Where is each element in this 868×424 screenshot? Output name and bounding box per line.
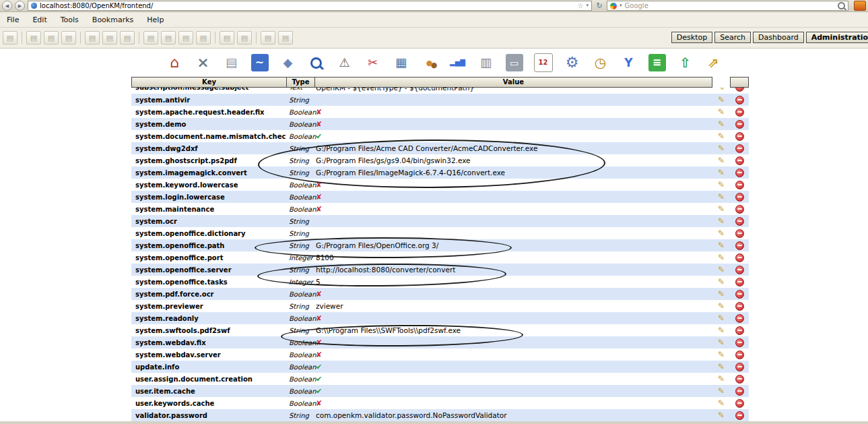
delete-icon[interactable] bbox=[735, 411, 744, 420]
delete-icon[interactable] bbox=[735, 156, 744, 165]
edit-icon[interactable]: ✎ bbox=[718, 217, 725, 225]
delete-icon[interactable] bbox=[735, 387, 744, 396]
edit-icon[interactable]: ✎ bbox=[718, 181, 725, 189]
document-create-icon[interactable]: ▤ bbox=[3, 31, 18, 44]
scissors-icon[interactable]: ✂ bbox=[364, 54, 382, 71]
download-icon[interactable]: ▤ bbox=[85, 31, 100, 44]
home-icon[interactable]: ⌂ bbox=[166, 54, 184, 71]
back-button[interactable]: ◀ bbox=[2, 1, 12, 11]
tab-desktop[interactable]: Desktop bbox=[671, 32, 712, 43]
print-icon[interactable]: ▤ bbox=[120, 31, 135, 44]
delete-icon[interactable] bbox=[735, 217, 744, 226]
edit-icon[interactable]: ✎ bbox=[718, 229, 725, 237]
delete-icon[interactable] bbox=[735, 363, 744, 371]
delete-icon[interactable] bbox=[735, 266, 744, 274]
document-find-icon[interactable]: ▤ bbox=[44, 31, 59, 44]
report-icon[interactable]: ▦ bbox=[393, 54, 410, 71]
checkin-icon[interactable]: ▤ bbox=[220, 31, 234, 44]
users-icon[interactable]: ● bbox=[421, 54, 438, 71]
delete-icon[interactable] bbox=[735, 351, 744, 359]
edit-icon[interactable]: ✎ bbox=[718, 144, 725, 152]
delete-icon[interactable] bbox=[735, 326, 744, 335]
delete-icon[interactable] bbox=[735, 302, 744, 311]
calendar-icon[interactable]: 12 bbox=[534, 53, 553, 72]
checkout-icon[interactable]: ▤ bbox=[196, 31, 211, 44]
search-bar[interactable]: ▾ Google bbox=[607, 1, 848, 11]
unlock-icon[interactable]: ▤ bbox=[161, 31, 176, 44]
edit-icon[interactable]: ✎ bbox=[718, 314, 725, 322]
tab-search[interactable]: Search bbox=[714, 32, 751, 43]
export-icon[interactable]: ⇗ bbox=[705, 54, 723, 71]
forward-button[interactable]: ▶ bbox=[15, 1, 25, 11]
document-search-icon[interactable]: ▥ bbox=[477, 54, 495, 71]
edit-icon[interactable]: ✎ bbox=[718, 96, 725, 104]
edit-icon[interactable]: ✎ bbox=[718, 193, 725, 201]
search-icon[interactable] bbox=[308, 54, 325, 71]
send-mail-icon[interactable]: ▤ bbox=[278, 31, 293, 44]
delete-icon[interactable] bbox=[735, 144, 744, 153]
upload-icon[interactable]: ⇧ bbox=[677, 54, 694, 71]
chart-icon[interactable]: ▂▅▇ bbox=[449, 54, 467, 71]
edit-icon[interactable]: ✎ bbox=[718, 108, 725, 116]
clock-icon[interactable]: ◷ bbox=[592, 54, 609, 71]
delete-icon[interactable] bbox=[735, 290, 744, 299]
delete-icon[interactable] bbox=[735, 88, 744, 92]
cancel-checkout-icon[interactable]: ▤ bbox=[237, 31, 252, 44]
menu-item-file[interactable]: File bbox=[7, 16, 19, 24]
edit-icon[interactable]: ✎ bbox=[718, 120, 725, 128]
printer-icon[interactable]: ▭ bbox=[506, 54, 523, 71]
delete-icon[interactable] bbox=[735, 229, 744, 238]
delete-icon[interactable] bbox=[735, 193, 744, 202]
url-bar[interactable]: localhost:8080/OpenKM/frontend/ ☆ ▾ bbox=[28, 1, 592, 11]
menu-item-help[interactable]: Help bbox=[147, 16, 164, 24]
delete-icon[interactable] bbox=[735, 314, 744, 323]
delete-icon[interactable] bbox=[735, 120, 744, 129]
menu-item-tools[interactable]: Tools bbox=[61, 16, 79, 24]
edit-icon[interactable]: ✎ bbox=[718, 169, 725, 177]
bookmark-star-icon[interactable]: ☆ bbox=[578, 3, 584, 9]
delete-icon[interactable] bbox=[735, 169, 744, 177]
delete-icon[interactable] bbox=[735, 253, 744, 262]
add-document-icon[interactable]: ▤ bbox=[178, 31, 193, 44]
edit-icon[interactable]: ✎ bbox=[718, 241, 725, 249]
delete-icon[interactable] bbox=[735, 338, 744, 347]
edit-icon[interactable]: ✎ bbox=[718, 132, 725, 140]
delete-icon[interactable] bbox=[735, 132, 744, 141]
download-pdf-icon[interactable]: ▤ bbox=[102, 31, 117, 44]
file-preview-icon[interactable]: ▤ bbox=[223, 54, 240, 71]
filter-icon[interactable]: Y bbox=[620, 54, 638, 71]
delete-icon[interactable] bbox=[735, 181, 744, 189]
search-engine-dropdown-icon[interactable]: ▾ bbox=[620, 3, 622, 8]
mail-find-icon[interactable]: ▤ bbox=[61, 31, 76, 44]
refresh-icon[interactable]: ▤ bbox=[261, 31, 275, 44]
edit-icon[interactable]: ✎ bbox=[718, 387, 725, 395]
gear-icon[interactable]: ⚙ bbox=[564, 54, 581, 71]
edit-icon[interactable]: ✎ bbox=[718, 399, 725, 407]
edit-icon[interactable]: ✎ bbox=[718, 88, 725, 92]
edit-icon[interactable]: ✎ bbox=[718, 266, 725, 274]
delete-icon[interactable] bbox=[735, 399, 744, 408]
edit-icon[interactable]: ✎ bbox=[718, 326, 725, 334]
edit-icon[interactable]: ✎ bbox=[718, 351, 725, 359]
edit-icon[interactable]: ✎ bbox=[718, 278, 725, 286]
database-icon[interactable]: ≡ bbox=[648, 54, 666, 71]
delete-icon[interactable] bbox=[735, 241, 744, 250]
delete-icon[interactable] bbox=[735, 96, 744, 104]
lock-icon[interactable]: ▤ bbox=[143, 31, 158, 44]
warning-icon[interactable]: ⚠ bbox=[336, 54, 354, 71]
applet-icon[interactable]: ◆ bbox=[279, 54, 297, 71]
edit-icon[interactable]: ✎ bbox=[718, 290, 725, 298]
delete-icon[interactable] bbox=[735, 375, 744, 384]
delete-icon[interactable] bbox=[735, 108, 744, 117]
monitor-icon[interactable]: ~ bbox=[251, 54, 269, 71]
edit-icon[interactable]: ✎ bbox=[718, 253, 725, 262]
app-menu-button[interactable] bbox=[854, 1, 866, 11]
search-go-icon[interactable] bbox=[838, 2, 845, 9]
edit-icon[interactable]: ✎ bbox=[718, 205, 725, 213]
delete-icon[interactable] bbox=[735, 278, 744, 286]
reload-button[interactable]: ↻ bbox=[595, 1, 604, 11]
edit-icon[interactable]: ✎ bbox=[718, 338, 725, 346]
tab-administration[interactable]: Administration bbox=[806, 32, 868, 43]
wrenches-icon[interactable]: × bbox=[195, 54, 212, 71]
menu-item-bookmarks[interactable]: Bookmarks bbox=[92, 16, 133, 24]
